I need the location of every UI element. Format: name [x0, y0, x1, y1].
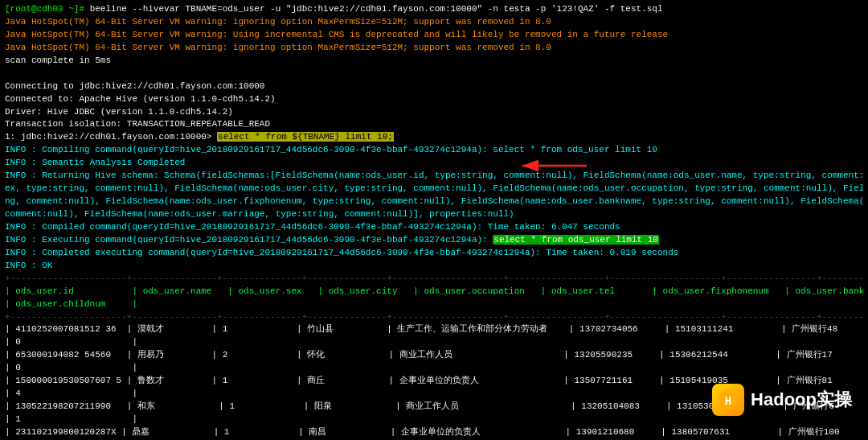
table-row-5a: | 231102199800120287X | 鼎嘉 | 1 | 南昌 | 企事…: [5, 426, 863, 439]
warn-line-3: Java HotSpot(TM) 64-Bit Server VM warnin…: [5, 42, 863, 55]
watermark-text: Hadoop实操: [751, 388, 852, 412]
cmd-line: [root@cdh03 ~]# beeline --hivevar TBNAME…: [5, 3, 863, 16]
info-returning-line: INFO : Returning Hive schema: Schema(fie…: [5, 170, 863, 183]
info-completed-line: INFO : Completed executing command(query…: [5, 247, 863, 260]
info-returning-line3: ng, comment:null), FieldSchema(name:ods_…: [5, 195, 863, 208]
table-row-1a: | 4110252007081512 36 | 漠戟才 | 1 | 竹山县 | …: [5, 323, 863, 336]
warn-line-1: Java HotSpot(TM) 64-Bit Server VM warnin…: [5, 16, 863, 29]
info-compile-line: INFO : Compiling command(queryId=hive_20…: [5, 144, 863, 157]
driver-line: Driver: Hive JDBC (version 1.1.0-cdh5.14…: [5, 106, 863, 119]
warn-line-2: Java HotSpot(TM) 64-Bit Server VM warnin…: [5, 29, 863, 42]
connecting-line: Connecting to jdbc:hive2://cdh01.fayson.…: [5, 80, 863, 93]
svg-text:H: H: [725, 395, 731, 408]
info-ok-line: INFO : OK: [5, 260, 863, 273]
table-row-1b: | 0 |: [5, 336, 863, 349]
hadoop-icon: H: [712, 384, 744, 416]
info-returning-line4: comment:null), FieldSchema(name:ods_user…: [5, 208, 863, 221]
table-row-2a: | 653000194082 54560 | 用易乃 | 2 | 怀化 | 商业…: [5, 349, 863, 362]
table-header-line: | ods_user.id | ods_user.name | ods_user…: [5, 286, 863, 298]
ods-childnum-header: | ods_user.childnum |: [5, 298, 863, 311]
info-returning-line2: ex, type:string, comment:null), FieldSch…: [5, 183, 863, 195]
watermark: H Hadoop实操: [712, 384, 852, 416]
connected-line: Connected to: Apache Hive (version 1.1.0…: [5, 93, 863, 106]
sep-line-1: +----------------------+----------------…: [5, 273, 863, 286]
table-row-2b: | 0 |: [5, 362, 863, 375]
sep-line-2: +----------------------+----------------…: [5, 311, 863, 324]
info-executing-line: INFO : Executing command(queryId=hive_20…: [5, 234, 863, 247]
transaction-line: Transaction isolation: TRANSACTION_REPEA…: [5, 118, 863, 131]
info-semantic-line: INFO : Semantic Analysis Completed: [5, 157, 863, 170]
empty-line-1: [5, 68, 863, 80]
scan-line: scan complete in 5ms: [5, 55, 863, 68]
info-compiled-line: INFO : Compiled command(queryId=hive_201…: [5, 221, 863, 234]
terminal: [root@cdh03 ~]# beeline --hivevar TBNAME…: [0, 0, 868, 440]
jdbc-line: 1: jdbc:hive2://cdh01.fayson.com:10000> …: [5, 131, 863, 144]
red-arrow-annotation: [514, 156, 595, 178]
